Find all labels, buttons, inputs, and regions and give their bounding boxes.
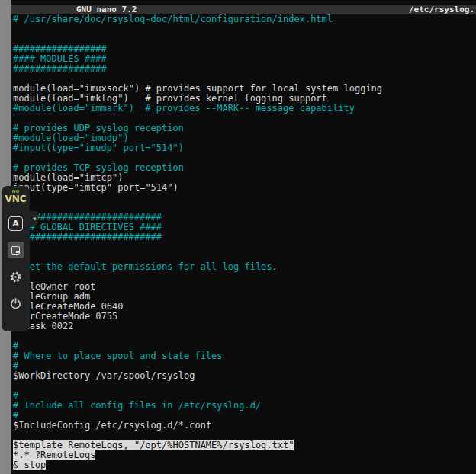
editor-line <box>13 242 475 252</box>
terminal: GNU nano 7.2 /etc/rsyslog. # /usr/share/… <box>11 0 476 474</box>
file-path: /etc/rsyslog. <box>409 5 476 14</box>
screen: { "window": { "width": 624, "height": 62… <box>0 0 476 474</box>
editor-line: #input(type="imudp" port="514") <box>13 143 475 153</box>
panel-handle[interactable]: ◀ <box>30 211 38 226</box>
editor-line: $DirCreateMode 0755 <box>13 312 475 322</box>
selected-text: *.* ?RemoteLogs <box>13 450 95 460</box>
settings-button[interactable] <box>8 268 24 285</box>
editor-line: ################# <box>13 64 475 74</box>
editor-line: & stop <box>13 460 475 470</box>
editor-line: #module(load="immark") # provides --MARK… <box>13 104 475 114</box>
editor-line <box>13 193 475 203</box>
fullscreen-icon <box>11 246 20 255</box>
editor-line: # Set the default permissions for all lo… <box>13 262 475 272</box>
fullscreen-button[interactable] <box>8 242 24 258</box>
letter-a-icon: A <box>8 216 23 231</box>
selected-text: & stop <box>13 460 46 470</box>
vnc-control-panel: no VNC A <box>2 186 30 331</box>
editor-line: input(type="imtcp" port="514") <box>13 183 475 193</box>
editor-line: $Umask 0022 <box>13 322 475 331</box>
editor-content[interactable]: # /usr/share/doc/rsyslog-doc/html/config… <box>13 14 475 470</box>
editor-line: # /usr/share/doc/rsyslog-doc/html/config… <box>13 14 475 24</box>
chevron-left-icon: ◀ <box>32 216 35 222</box>
selected-text: $template RemoteLogs, "/opt/%HOSTNAME%/r… <box>13 440 294 450</box>
power-button[interactable] <box>8 295 24 312</box>
editor-line: ########################### <box>13 232 475 242</box>
novnc-logo: no VNC <box>5 189 26 203</box>
novnc-logo-text: VNC <box>5 194 26 203</box>
editor-line <box>13 381 475 391</box>
editor-line: # Where to place spool and state files <box>13 351 475 361</box>
editor-line: $IncludeConfig /etc/rsyslog.d/*.conf <box>13 421 475 431</box>
editor-line: # Include all config files in /etc/rsysl… <box>13 401 475 411</box>
gear-icon <box>9 271 22 283</box>
editor-line <box>13 331 475 341</box>
editor-line: $WorkDirectory /var/spool/rsyslog <box>13 371 475 381</box>
editor-line: *.* ?RemoteLogs <box>13 450 475 460</box>
power-icon <box>10 298 21 309</box>
extra-keys-button[interactable]: A <box>8 215 24 232</box>
editor-line <box>13 24 475 34</box>
fullscreen-dot <box>16 251 19 254</box>
